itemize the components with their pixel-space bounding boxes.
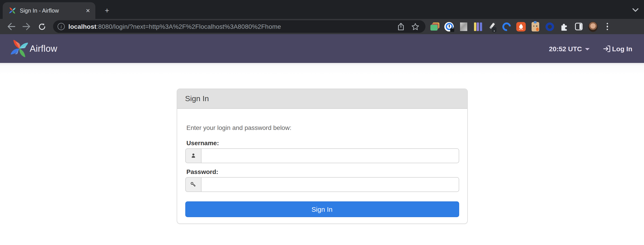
extensions-puzzle-icon[interactable] [560,22,569,31]
share-icon[interactable] [396,22,406,32]
login-label: Log In [612,45,632,52]
airflow-pinwheel-logo [11,40,28,57]
side-panel-icon[interactable] [574,22,583,31]
caret-down-icon [585,48,590,50]
forward-button[interactable] [21,21,32,32]
password-label: Password: [186,168,459,175]
password-manager-icon[interactable] [444,22,454,31]
screenshot-thumbnail-icon[interactable] [459,22,468,31]
tab-close-icon[interactable]: ✕ [84,7,92,14]
clock-dropdown[interactable]: 20:52 UTC [549,45,590,52]
profile-avatar[interactable] [588,22,598,31]
back-button[interactable] [6,21,17,32]
clipboard-buddy-icon[interactable] [531,22,540,31]
blue-c-icon[interactable] [502,22,511,31]
reload-button[interactable] [36,21,48,32]
highlighter-pen-icon[interactable] [488,22,497,31]
tab-title: Sign In - Airflow [20,8,84,14]
blue-ring-icon[interactable] [545,22,554,31]
username-input[interactable] [201,148,459,163]
folders-icon[interactable] [430,22,440,31]
signin-card-body: Enter your login and password below: Use… [177,109,467,224]
browser-window: Sign In - Airflow ✕ + i localhost:8080/l… [0,0,644,245]
browser-tab[interactable]: Sign In - Airflow ✕ [3,2,95,19]
signin-card: Sign In Enter your login and password be… [176,88,468,224]
brand-name: Airflow [30,44,57,54]
new-tab-button[interactable]: + [101,4,113,17]
browser-toolbar: i localhost:8080/login/?next=http%3A%2F%… [0,19,644,34]
url-path: :8080/login/?next=http%3A%2F%2Flocalhost… [96,23,281,30]
site-info-icon[interactable]: i [58,23,65,30]
user-icon [185,148,201,163]
login-link[interactable]: Log In [603,45,632,52]
bookmark-star-icon[interactable] [410,22,420,32]
tab-strip: Sign In - Airflow ✕ + [0,0,644,19]
username-input-group [185,148,459,163]
airflow-navbar: Airflow 20:52 UTC Log In [0,34,644,63]
key-icon [185,177,201,192]
extensions-row [430,22,612,31]
url-text: localhost:8080/login/?next=http%3A%2F%2F… [68,23,391,30]
signin-card-header: Sign In [177,89,467,109]
password-input[interactable] [201,177,459,192]
url-bar[interactable]: i localhost:8080/login/?next=http%3A%2F%… [53,20,426,33]
signin-instruction: Enter your login and password below: [186,124,459,131]
fire-icon[interactable] [516,22,526,31]
sign-in-icon [603,45,611,52]
url-host: localhost [68,23,96,30]
signin-header-title: Sign In [185,94,209,103]
clock-label: 20:52 UTC [549,45,582,52]
color-columns-icon[interactable] [473,22,482,31]
username-label: Username: [186,139,459,146]
airflow-favicon-icon [9,7,16,14]
login-page: Sign In Enter your login and password be… [0,63,644,245]
browser-menu-icon[interactable] [603,22,612,31]
airflow-brand[interactable]: Airflow [11,40,57,57]
tab-search-chevron-icon[interactable] [632,6,638,14]
signin-submit-button[interactable]: Sign In [185,202,459,217]
password-input-group [185,177,459,192]
navbar-right: 20:52 UTC Log In [549,45,632,52]
